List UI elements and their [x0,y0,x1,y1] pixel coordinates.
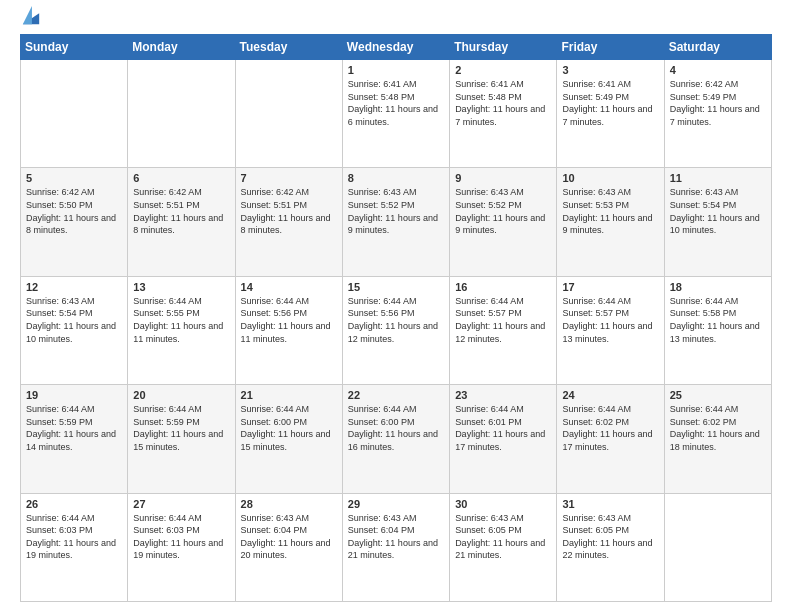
calendar-cell: 26Sunrise: 6:44 AMSunset: 6:03 PMDayligh… [21,493,128,601]
day-info: Sunrise: 6:44 AMSunset: 6:02 PMDaylight:… [670,403,766,453]
calendar-cell: 31Sunrise: 6:43 AMSunset: 6:05 PMDayligh… [557,493,664,601]
day-info: Sunrise: 6:44 AMSunset: 6:00 PMDaylight:… [348,403,444,453]
day-number: 24 [562,389,658,401]
day-info: Sunrise: 6:41 AMSunset: 5:48 PMDaylight:… [348,78,444,128]
weekday-header: Saturday [664,35,771,60]
day-info: Sunrise: 6:43 AMSunset: 6:04 PMDaylight:… [241,512,337,562]
svg-marker-1 [23,6,32,24]
logo [20,20,40,26]
day-info: Sunrise: 6:42 AMSunset: 5:51 PMDaylight:… [133,186,229,236]
day-number: 31 [562,498,658,510]
day-info: Sunrise: 6:44 AMSunset: 6:02 PMDaylight:… [562,403,658,453]
calendar-cell: 21Sunrise: 6:44 AMSunset: 6:00 PMDayligh… [235,385,342,493]
day-number: 29 [348,498,444,510]
calendar-cell: 23Sunrise: 6:44 AMSunset: 6:01 PMDayligh… [450,385,557,493]
calendar-cell [664,493,771,601]
day-info: Sunrise: 6:43 AMSunset: 6:05 PMDaylight:… [455,512,551,562]
day-number: 14 [241,281,337,293]
day-number: 30 [455,498,551,510]
day-number: 13 [133,281,229,293]
calendar-cell: 6Sunrise: 6:42 AMSunset: 5:51 PMDaylight… [128,168,235,276]
weekday-header: Wednesday [342,35,449,60]
calendar-cell: 15Sunrise: 6:44 AMSunset: 5:56 PMDayligh… [342,276,449,384]
weekday-header: Thursday [450,35,557,60]
day-info: Sunrise: 6:44 AMSunset: 5:59 PMDaylight:… [26,403,122,453]
calendar-cell: 20Sunrise: 6:44 AMSunset: 5:59 PMDayligh… [128,385,235,493]
day-number: 26 [26,498,122,510]
day-info: Sunrise: 6:43 AMSunset: 5:53 PMDaylight:… [562,186,658,236]
calendar-cell: 5Sunrise: 6:42 AMSunset: 5:50 PMDaylight… [21,168,128,276]
day-info: Sunrise: 6:43 AMSunset: 5:54 PMDaylight:… [670,186,766,236]
weekday-row: SundayMondayTuesdayWednesdayThursdayFrid… [21,35,772,60]
day-number: 21 [241,389,337,401]
calendar-table: SundayMondayTuesdayWednesdayThursdayFrid… [20,34,772,602]
day-info: Sunrise: 6:44 AMSunset: 5:57 PMDaylight:… [455,295,551,345]
day-number: 12 [26,281,122,293]
day-number: 28 [241,498,337,510]
day-number: 9 [455,172,551,184]
calendar-body: 1Sunrise: 6:41 AMSunset: 5:48 PMDaylight… [21,60,772,602]
calendar-cell: 11Sunrise: 6:43 AMSunset: 5:54 PMDayligh… [664,168,771,276]
day-number: 19 [26,389,122,401]
calendar-cell: 25Sunrise: 6:44 AMSunset: 6:02 PMDayligh… [664,385,771,493]
calendar-week-row: 26Sunrise: 6:44 AMSunset: 6:03 PMDayligh… [21,493,772,601]
calendar-cell: 10Sunrise: 6:43 AMSunset: 5:53 PMDayligh… [557,168,664,276]
day-info: Sunrise: 6:43 AMSunset: 6:05 PMDaylight:… [562,512,658,562]
day-number: 18 [670,281,766,293]
day-info: Sunrise: 6:41 AMSunset: 5:48 PMDaylight:… [455,78,551,128]
day-number: 17 [562,281,658,293]
calendar-cell: 9Sunrise: 6:43 AMSunset: 5:52 PMDaylight… [450,168,557,276]
day-info: Sunrise: 6:44 AMSunset: 5:56 PMDaylight:… [241,295,337,345]
day-info: Sunrise: 6:44 AMSunset: 5:58 PMDaylight:… [670,295,766,345]
calendar-cell: 17Sunrise: 6:44 AMSunset: 5:57 PMDayligh… [557,276,664,384]
day-info: Sunrise: 6:44 AMSunset: 5:55 PMDaylight:… [133,295,229,345]
day-number: 22 [348,389,444,401]
day-number: 16 [455,281,551,293]
calendar-cell: 8Sunrise: 6:43 AMSunset: 5:52 PMDaylight… [342,168,449,276]
day-number: 3 [562,64,658,76]
day-number: 4 [670,64,766,76]
day-number: 2 [455,64,551,76]
day-info: Sunrise: 6:41 AMSunset: 5:49 PMDaylight:… [562,78,658,128]
calendar-cell: 13Sunrise: 6:44 AMSunset: 5:55 PMDayligh… [128,276,235,384]
calendar-cell: 18Sunrise: 6:44 AMSunset: 5:58 PMDayligh… [664,276,771,384]
calendar-header: SundayMondayTuesdayWednesdayThursdayFrid… [21,35,772,60]
day-number: 8 [348,172,444,184]
calendar-cell [235,60,342,168]
calendar-cell: 29Sunrise: 6:43 AMSunset: 6:04 PMDayligh… [342,493,449,601]
day-info: Sunrise: 6:43 AMSunset: 5:54 PMDaylight:… [26,295,122,345]
weekday-header: Monday [128,35,235,60]
day-number: 20 [133,389,229,401]
logo-icon [22,6,40,26]
day-info: Sunrise: 6:44 AMSunset: 6:03 PMDaylight:… [26,512,122,562]
weekday-header: Friday [557,35,664,60]
day-number: 25 [670,389,766,401]
day-info: Sunrise: 6:43 AMSunset: 6:04 PMDaylight:… [348,512,444,562]
calendar-cell: 30Sunrise: 6:43 AMSunset: 6:05 PMDayligh… [450,493,557,601]
calendar-cell [128,60,235,168]
day-number: 11 [670,172,766,184]
calendar-cell: 22Sunrise: 6:44 AMSunset: 6:00 PMDayligh… [342,385,449,493]
calendar-cell: 2Sunrise: 6:41 AMSunset: 5:48 PMDaylight… [450,60,557,168]
header [20,16,772,26]
calendar-cell: 4Sunrise: 6:42 AMSunset: 5:49 PMDaylight… [664,60,771,168]
day-info: Sunrise: 6:44 AMSunset: 6:03 PMDaylight:… [133,512,229,562]
day-number: 10 [562,172,658,184]
day-info: Sunrise: 6:44 AMSunset: 5:56 PMDaylight:… [348,295,444,345]
calendar-cell: 16Sunrise: 6:44 AMSunset: 5:57 PMDayligh… [450,276,557,384]
calendar-cell: 7Sunrise: 6:42 AMSunset: 5:51 PMDaylight… [235,168,342,276]
day-info: Sunrise: 6:44 AMSunset: 6:00 PMDaylight:… [241,403,337,453]
calendar-cell [21,60,128,168]
day-info: Sunrise: 6:42 AMSunset: 5:51 PMDaylight:… [241,186,337,236]
calendar-week-row: 19Sunrise: 6:44 AMSunset: 5:59 PMDayligh… [21,385,772,493]
calendar-cell: 24Sunrise: 6:44 AMSunset: 6:02 PMDayligh… [557,385,664,493]
calendar-week-row: 12Sunrise: 6:43 AMSunset: 5:54 PMDayligh… [21,276,772,384]
calendar-week-row: 1Sunrise: 6:41 AMSunset: 5:48 PMDaylight… [21,60,772,168]
calendar-cell: 19Sunrise: 6:44 AMSunset: 5:59 PMDayligh… [21,385,128,493]
day-number: 27 [133,498,229,510]
calendar-cell: 3Sunrise: 6:41 AMSunset: 5:49 PMDaylight… [557,60,664,168]
day-info: Sunrise: 6:44 AMSunset: 5:59 PMDaylight:… [133,403,229,453]
day-info: Sunrise: 6:42 AMSunset: 5:50 PMDaylight:… [26,186,122,236]
day-info: Sunrise: 6:44 AMSunset: 5:57 PMDaylight:… [562,295,658,345]
calendar-cell: 1Sunrise: 6:41 AMSunset: 5:48 PMDaylight… [342,60,449,168]
